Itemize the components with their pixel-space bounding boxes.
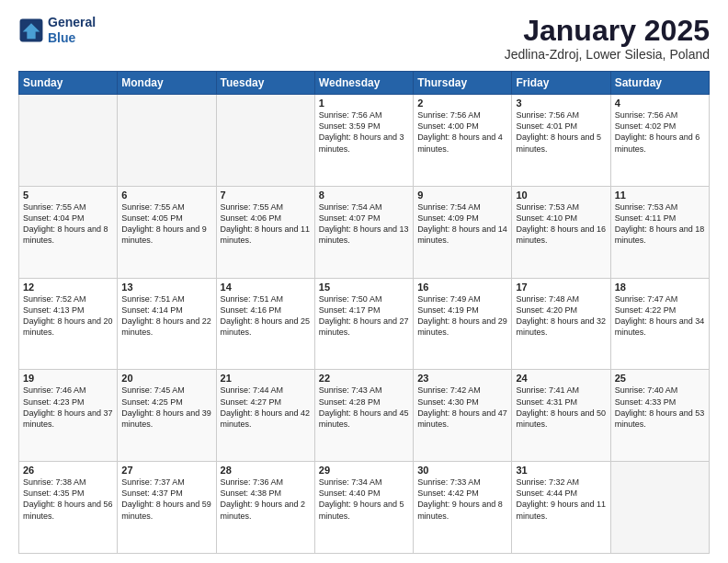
day-info: Sunrise: 7:32 AM Sunset: 4:44 PM Dayligh… (516, 477, 606, 522)
day-number: 3 (516, 98, 606, 109)
day-info: Sunrise: 7:56 AM Sunset: 4:00 PM Dayligh… (417, 109, 507, 155)
weekday-header-cell: Thursday (414, 72, 512, 95)
calendar-cell: 18Sunrise: 7:47 AM Sunset: 4:22 PM Dayli… (610, 278, 709, 370)
day-info: Sunrise: 7:46 AM Sunset: 4:23 PM Dayligh… (23, 385, 113, 430)
day-number: 7 (221, 190, 311, 201)
calendar-cell (118, 95, 216, 187)
calendar-week-row: 1Sunrise: 7:56 AM Sunset: 3:59 PM Daylig… (19, 95, 710, 187)
calendar-cell: 15Sunrise: 7:50 AM Sunset: 4:17 PM Dayli… (314, 278, 413, 370)
calendar-cell (19, 95, 118, 187)
calendar-cell: 17Sunrise: 7:48 AM Sunset: 4:20 PM Dayli… (512, 278, 610, 370)
calendar-cell: 29Sunrise: 7:34 AM Sunset: 4:40 PM Dayli… (314, 462, 413, 554)
calendar-cell: 26Sunrise: 7:38 AM Sunset: 4:35 PM Dayli… (19, 462, 118, 554)
day-info: Sunrise: 7:43 AM Sunset: 4:28 PM Dayligh… (319, 385, 409, 430)
day-info: Sunrise: 7:55 AM Sunset: 4:06 PM Dayligh… (221, 201, 311, 247)
day-number: 14 (221, 282, 311, 293)
day-number: 1 (319, 98, 409, 109)
day-info: Sunrise: 7:56 AM Sunset: 3:59 PM Dayligh… (319, 109, 409, 155)
calendar-cell: 31Sunrise: 7:32 AM Sunset: 4:44 PM Dayli… (512, 462, 610, 554)
day-number: 15 (319, 282, 409, 293)
calendar-cell: 8Sunrise: 7:54 AM Sunset: 4:07 PM Daylig… (314, 186, 413, 278)
calendar-cell (610, 462, 709, 554)
calendar-cell: 30Sunrise: 7:33 AM Sunset: 4:42 PM Dayli… (414, 462, 512, 554)
day-number: 28 (221, 465, 311, 476)
day-number: 6 (121, 190, 211, 201)
calendar-cell: 14Sunrise: 7:51 AM Sunset: 4:16 PM Dayli… (216, 278, 314, 370)
day-info: Sunrise: 7:34 AM Sunset: 4:40 PM Dayligh… (319, 477, 409, 522)
day-number: 31 (516, 465, 606, 476)
day-number: 23 (417, 373, 507, 384)
logo-line2: Blue (48, 30, 96, 46)
calendar-cell: 12Sunrise: 7:52 AM Sunset: 4:13 PM Dayli… (19, 278, 118, 370)
day-number: 17 (516, 282, 606, 293)
day-info: Sunrise: 7:52 AM Sunset: 4:13 PM Dayligh… (23, 293, 113, 339)
day-info: Sunrise: 7:49 AM Sunset: 4:19 PM Dayligh… (417, 293, 507, 339)
logo-text: General Blue (48, 15, 96, 46)
calendar-cell: 11Sunrise: 7:53 AM Sunset: 4:11 PM Dayli… (610, 186, 709, 278)
calendar-cell: 9Sunrise: 7:54 AM Sunset: 4:09 PM Daylig… (414, 186, 512, 278)
day-info: Sunrise: 7:45 AM Sunset: 4:25 PM Dayligh… (121, 385, 211, 430)
day-info: Sunrise: 7:42 AM Sunset: 4:30 PM Dayligh… (417, 385, 507, 430)
day-number: 24 (516, 373, 606, 384)
day-number: 5 (23, 190, 113, 201)
location-subtitle: Jedlina-Zdroj, Lower Silesia, Poland (505, 47, 710, 62)
logo-icon (18, 17, 44, 43)
weekday-header-cell: Sunday (19, 72, 118, 95)
calendar-cell: 5Sunrise: 7:55 AM Sunset: 4:04 PM Daylig… (19, 186, 118, 278)
day-info: Sunrise: 7:47 AM Sunset: 4:22 PM Dayligh… (615, 293, 705, 339)
calendar-cell: 7Sunrise: 7:55 AM Sunset: 4:06 PM Daylig… (216, 186, 314, 278)
day-info: Sunrise: 7:33 AM Sunset: 4:42 PM Dayligh… (417, 477, 507, 522)
day-number: 30 (417, 465, 507, 476)
day-number: 20 (121, 373, 211, 384)
day-info: Sunrise: 7:38 AM Sunset: 4:35 PM Dayligh… (23, 477, 113, 522)
calendar-week-row: 26Sunrise: 7:38 AM Sunset: 4:35 PM Dayli… (19, 462, 710, 554)
day-number: 11 (615, 190, 705, 201)
day-info: Sunrise: 7:48 AM Sunset: 4:20 PM Dayligh… (516, 293, 606, 339)
weekday-header-cell: Friday (512, 72, 610, 95)
calendar-cell: 27Sunrise: 7:37 AM Sunset: 4:37 PM Dayli… (118, 462, 216, 554)
weekday-header-cell: Wednesday (314, 72, 413, 95)
day-number: 9 (417, 190, 507, 201)
logo: General Blue (18, 15, 96, 46)
day-number: 4 (615, 98, 705, 109)
day-info: Sunrise: 7:53 AM Sunset: 4:10 PM Dayligh… (516, 201, 606, 247)
calendar-cell: 13Sunrise: 7:51 AM Sunset: 4:14 PM Dayli… (118, 278, 216, 370)
weekday-header-cell: Monday (118, 72, 216, 95)
day-info: Sunrise: 7:55 AM Sunset: 4:04 PM Dayligh… (23, 201, 113, 247)
day-number: 16 (417, 282, 507, 293)
day-info: Sunrise: 7:41 AM Sunset: 4:31 PM Dayligh… (516, 385, 606, 430)
header: General Blue January 2025 Jedlina-Zdroj,… (18, 15, 710, 62)
day-info: Sunrise: 7:55 AM Sunset: 4:05 PM Dayligh… (121, 201, 211, 247)
day-number: 10 (516, 190, 606, 201)
day-number: 8 (319, 190, 409, 201)
day-info: Sunrise: 7:50 AM Sunset: 4:17 PM Dayligh… (319, 293, 409, 339)
calendar-cell: 28Sunrise: 7:36 AM Sunset: 4:38 PM Dayli… (216, 462, 314, 554)
weekday-header-row: SundayMondayTuesdayWednesdayThursdayFrid… (19, 72, 710, 95)
calendar-cell: 10Sunrise: 7:53 AM Sunset: 4:10 PM Dayli… (512, 186, 610, 278)
day-number: 19 (23, 373, 113, 384)
day-info: Sunrise: 7:40 AM Sunset: 4:33 PM Dayligh… (615, 385, 705, 430)
calendar-cell: 3Sunrise: 7:56 AM Sunset: 4:01 PM Daylig… (512, 95, 610, 187)
calendar-body: 1Sunrise: 7:56 AM Sunset: 3:59 PM Daylig… (19, 95, 710, 554)
day-number: 12 (23, 282, 113, 293)
calendar-cell: 20Sunrise: 7:45 AM Sunset: 4:25 PM Dayli… (118, 370, 216, 462)
weekday-header-cell: Saturday (610, 72, 709, 95)
calendar-cell: 24Sunrise: 7:41 AM Sunset: 4:31 PM Dayli… (512, 370, 610, 462)
logo-line1: General (48, 15, 96, 29)
calendar-cell (216, 95, 314, 187)
calendar-table: SundayMondayTuesdayWednesdayThursdayFrid… (18, 71, 710, 554)
calendar-week-row: 12Sunrise: 7:52 AM Sunset: 4:13 PM Dayli… (19, 278, 710, 370)
calendar-week-row: 19Sunrise: 7:46 AM Sunset: 4:23 PM Dayli… (19, 370, 710, 462)
title-block: January 2025 Jedlina-Zdroj, Lower Silesi… (505, 15, 710, 62)
day-number: 2 (417, 98, 507, 109)
calendar-cell: 6Sunrise: 7:55 AM Sunset: 4:05 PM Daylig… (118, 186, 216, 278)
day-info: Sunrise: 7:56 AM Sunset: 4:01 PM Dayligh… (516, 109, 606, 155)
day-number: 25 (615, 373, 705, 384)
day-number: 29 (319, 465, 409, 476)
day-info: Sunrise: 7:54 AM Sunset: 4:09 PM Dayligh… (417, 201, 507, 247)
day-number: 18 (615, 282, 705, 293)
month-title: January 2025 (505, 15, 710, 47)
calendar-cell: 4Sunrise: 7:56 AM Sunset: 4:02 PM Daylig… (610, 95, 709, 187)
calendar-cell: 23Sunrise: 7:42 AM Sunset: 4:30 PM Dayli… (414, 370, 512, 462)
calendar-cell: 1Sunrise: 7:56 AM Sunset: 3:59 PM Daylig… (314, 95, 413, 187)
